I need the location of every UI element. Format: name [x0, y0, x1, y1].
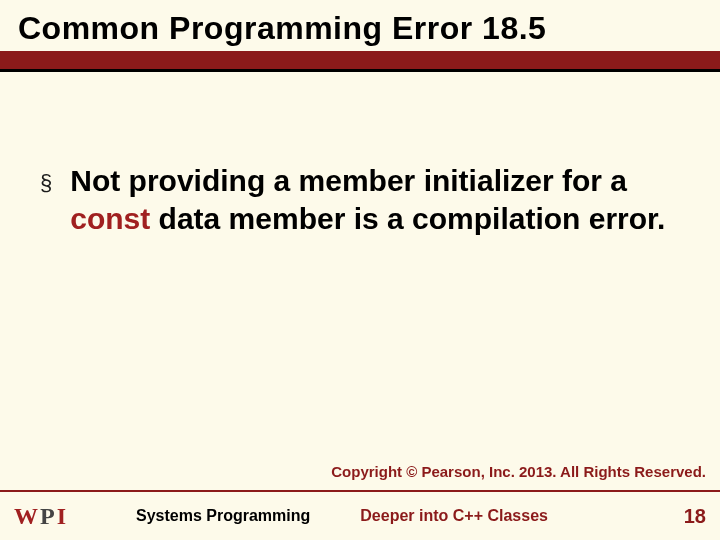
footer-course: Systems Programming: [136, 507, 310, 525]
logo-letter-p: P: [40, 503, 55, 530]
footer: W P I Systems Programming Deeper into C+…: [0, 492, 720, 540]
bullet-icon: §: [40, 172, 52, 194]
body-text: Not providing a member initializer for a…: [70, 162, 680, 237]
footer-topic: Deeper into C++ Classes: [360, 507, 548, 525]
body-post: data member is a compilation error.: [150, 202, 665, 235]
copyright-text: Copyright © Pearson, Inc. 2013. All Righ…: [331, 463, 706, 480]
slide-title: Common Programming Error 18.5: [18, 10, 702, 47]
title-bar: Common Programming Error 18.5: [0, 0, 720, 51]
logo-letter-w: W: [14, 503, 38, 530]
content-area: § Not providing a member initializer for…: [0, 72, 720, 237]
body-pre: Not providing a member initializer for a: [70, 164, 627, 197]
page-number: 18: [684, 505, 706, 528]
title-red-bar: [0, 51, 720, 69]
wpi-logo: W P I: [14, 503, 66, 530]
const-keyword: const: [70, 202, 150, 235]
logo-letter-i: I: [57, 503, 66, 530]
